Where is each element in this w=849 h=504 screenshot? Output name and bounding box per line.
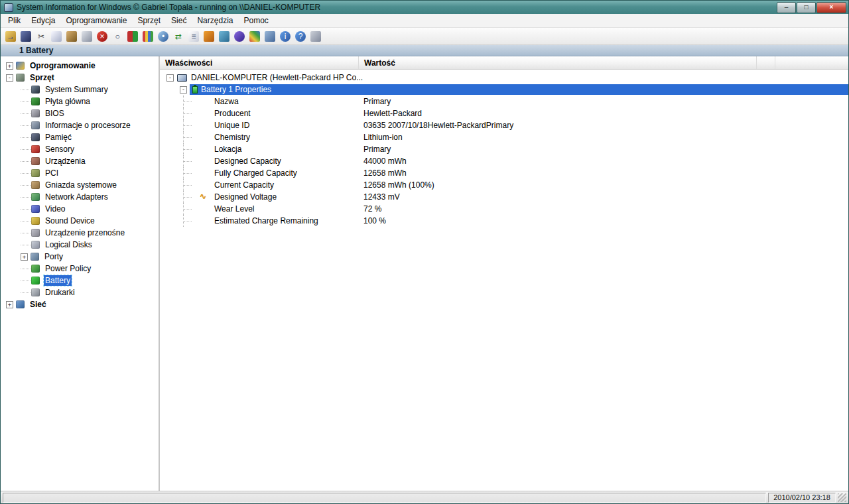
sidebar-item-label: BIOS bbox=[44, 108, 66, 119]
property-row[interactable]: Designed Capacity44000 mWh bbox=[160, 155, 848, 167]
property-name: Unique ID bbox=[160, 121, 363, 130]
network-adapters-icon bbox=[31, 193, 40, 201]
property-row[interactable]: Fully Charged Capacity12658 mWh bbox=[160, 167, 848, 179]
document-icon[interactable] bbox=[219, 31, 229, 42]
sidebar-item-power-policy[interactable]: Power Policy bbox=[1, 263, 159, 275]
battery-icon bbox=[192, 86, 198, 94]
sidebar-item-oprogramowanie[interactable]: +Oprogramowanie bbox=[1, 60, 159, 72]
property-name: Lokacja bbox=[160, 145, 363, 154]
tree-guide bbox=[21, 185, 31, 186]
menu-item-pomoc[interactable]: Pomoc bbox=[238, 14, 273, 27]
menu-item-narz-dzia[interactable]: Narzędzia bbox=[192, 14, 238, 27]
status-message-pane bbox=[3, 493, 766, 503]
sidebar-item-porty[interactable]: +Porty bbox=[1, 251, 159, 263]
memory-icon bbox=[31, 133, 40, 141]
save-icon[interactable] bbox=[21, 31, 31, 42]
property-row[interactable]: Estimated Charge Remaining100 % bbox=[160, 215, 848, 227]
paste-icon[interactable] bbox=[66, 31, 77, 42]
sidebar-item-network-adapters[interactable]: Network Adapters bbox=[1, 191, 159, 203]
computer-row[interactable]: -DANIEL-KOMPUTER (Hewlett-Packard HP Co.… bbox=[160, 72, 848, 84]
cd-icon[interactable]: • bbox=[158, 31, 168, 42]
sidebar-item-logical-disks[interactable]: Logical Disks bbox=[1, 239, 159, 251]
property-row[interactable]: Current Capacity12658 mWh (100%) bbox=[160, 179, 848, 191]
property-row[interactable]: NazwaPrimary bbox=[160, 95, 848, 107]
sidebar-item-urz-dzenia[interactable]: Urządzenia bbox=[1, 155, 159, 167]
video-icon bbox=[31, 205, 40, 213]
stop-icon[interactable]: × bbox=[97, 31, 107, 42]
cut-icon[interactable]: ✂ bbox=[36, 31, 46, 42]
screen-icon[interactable] bbox=[127, 31, 138, 42]
sidebar-item-label: Network Adapters bbox=[44, 192, 109, 202]
close-button[interactable]: × bbox=[816, 2, 846, 13]
bios-icon bbox=[31, 109, 40, 117]
database-icon[interactable] bbox=[265, 31, 275, 42]
printer2-icon[interactable] bbox=[310, 31, 321, 42]
sidebar-item-urz-dzenie-przeno-ne[interactable]: Urządzenie przenośne bbox=[1, 227, 159, 239]
tv-icon[interactable] bbox=[204, 31, 214, 42]
sidebar-item-sound-device[interactable]: Sound Device bbox=[1, 215, 159, 227]
property-row[interactable]: Unique ID03635 2007/10/18Hewlett-Packard… bbox=[160, 119, 848, 131]
sidebar-item-sie[interactable]: +Sieć bbox=[1, 298, 159, 310]
maximize-button[interactable]: □ bbox=[797, 2, 816, 13]
sidebar-item-label: Gniazda systemowe bbox=[44, 180, 118, 190]
collapse-icon[interactable]: - bbox=[6, 74, 13, 82]
property-row[interactable]: ChemistryLithium-ion bbox=[160, 131, 848, 143]
sidebar-item-drukarki[interactable]: Drukarki bbox=[1, 286, 159, 298]
motherboard-icon bbox=[31, 97, 40, 105]
menu-item-edycja[interactable]: Edycja bbox=[26, 14, 60, 27]
property-list: -DANIEL-KOMPUTER (Hewlett-Packard HP Co.… bbox=[160, 70, 848, 491]
collapse-icon[interactable]: - bbox=[166, 74, 174, 82]
system-summary-icon bbox=[31, 86, 40, 94]
grid-icon[interactable] bbox=[249, 31, 260, 42]
menu-item-plik[interactable]: Plik bbox=[3, 14, 26, 27]
sidebar-item-p-yta-g-wna[interactable]: Płyta główna bbox=[1, 95, 159, 107]
property-row[interactable]: ∿Designed Voltage12433 mV bbox=[160, 191, 848, 203]
sidebar-item-sensory[interactable]: Sensory bbox=[1, 143, 159, 155]
property-value: 12433 mV bbox=[363, 192, 848, 202]
expand-icon[interactable]: + bbox=[6, 62, 13, 70]
report-icon[interactable]: ≡ bbox=[188, 31, 199, 42]
search-icon[interactable]: ○ bbox=[112, 31, 123, 42]
resize-grip[interactable] bbox=[838, 493, 846, 502]
sidebar-item-pami[interactable]: Pamięć bbox=[1, 131, 159, 143]
copy-icon[interactable] bbox=[51, 31, 62, 42]
property-row[interactable]: Wear Level72 % bbox=[160, 203, 848, 215]
refresh-icon[interactable]: ⇄ bbox=[173, 31, 184, 42]
menu-item-sprz-t[interactable]: Sprzęt bbox=[132, 14, 166, 27]
sidebar-item-gniazda-systemowe[interactable]: Gniazda systemowe bbox=[1, 179, 159, 191]
tree-guide bbox=[21, 221, 31, 221]
sidebar-item-sprz-t[interactable]: -Sprzęt bbox=[1, 72, 159, 84]
selected-row-highlight: Battery 1 Properties bbox=[190, 84, 848, 95]
collapse-icon[interactable]: - bbox=[180, 86, 187, 94]
menu-item-oprogramowanie[interactable]: Oprogramowanie bbox=[60, 14, 132, 27]
battery-group-row[interactable]: -Battery 1 Properties bbox=[160, 84, 848, 95]
toolbar: →✂×○•⇄≡i? bbox=[1, 28, 848, 45]
help-icon[interactable]: ? bbox=[295, 31, 306, 42]
sidebar-item-informacje-o-procesorze[interactable]: Informacje o procesorze bbox=[1, 119, 159, 131]
minimize-button[interactable]: – bbox=[777, 2, 796, 13]
info-icon[interactable]: i bbox=[280, 31, 291, 42]
sidebar-item-label: Urządzenie przenośne bbox=[44, 227, 126, 238]
property-row[interactable]: LokacjaPrimary bbox=[160, 143, 848, 155]
sidebar-item-video[interactable]: Video bbox=[1, 203, 159, 215]
expand-icon[interactable]: + bbox=[21, 253, 28, 261]
sphere-icon[interactable] bbox=[234, 31, 245, 42]
pci-icon bbox=[31, 169, 40, 177]
sidebar-item-bios[interactable]: BIOS bbox=[1, 107, 159, 119]
expand-icon[interactable]: + bbox=[6, 301, 13, 308]
sidebar-item-label: Informacje o procesorze bbox=[44, 120, 132, 131]
exit-icon[interactable]: → bbox=[5, 31, 16, 42]
chart-icon[interactable] bbox=[143, 31, 153, 42]
sidebar-item-system-summary[interactable]: System Summary bbox=[1, 84, 159, 95]
column-header-properties[interactable]: Właściwości bbox=[160, 56, 359, 69]
tree-guide bbox=[21, 292, 31, 293]
sidebar-item-battery[interactable]: Battery bbox=[1, 275, 159, 286]
sidebar-item-pci[interactable]: PCI bbox=[1, 167, 159, 179]
property-row[interactable]: ProducentHewlett-Packard bbox=[160, 107, 848, 119]
sidebar-item-label: Oprogramowanie bbox=[29, 60, 97, 71]
column-header-value[interactable]: Wartość bbox=[359, 56, 757, 69]
menu-item-sie[interactable]: Sieć bbox=[166, 14, 192, 27]
print-icon[interactable] bbox=[82, 31, 92, 42]
tree-guide bbox=[21, 90, 31, 90]
software-icon bbox=[16, 62, 25, 70]
